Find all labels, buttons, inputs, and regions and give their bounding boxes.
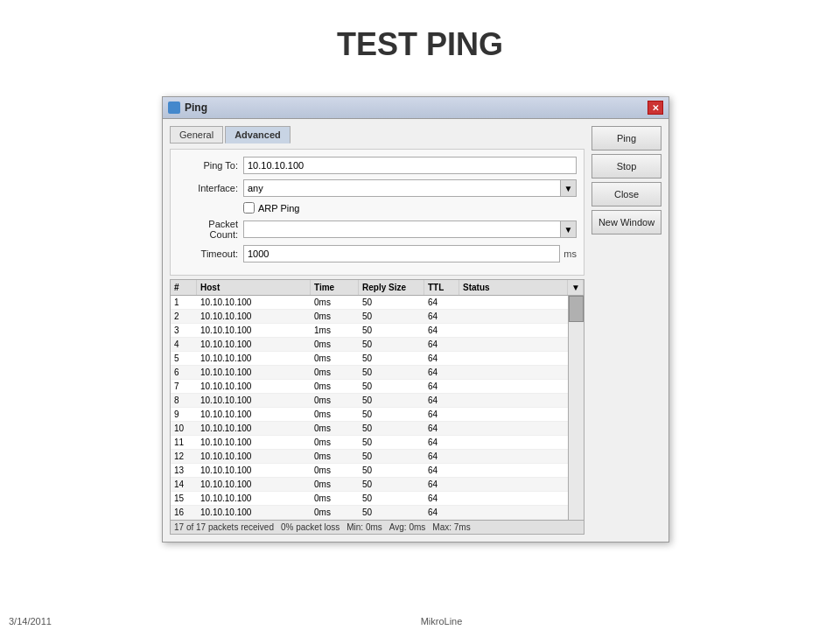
table-row: 610.10.10.1000ms5064 bbox=[171, 366, 584, 380]
close-window-button[interactable]: ✕ bbox=[648, 101, 663, 115]
ping-window: Ping ✕ General Advanced Ping To: Interfa… bbox=[162, 96, 669, 542]
col-num: # bbox=[171, 280, 197, 295]
col-status: Status bbox=[459, 280, 568, 295]
arp-ping-row: ARP Ping bbox=[243, 202, 577, 214]
arp-ping-label: ARP Ping bbox=[258, 203, 300, 214]
min-time: Min: 0ms bbox=[346, 522, 382, 532]
results-body: 110.10.10.1000ms5064210.10.10.1000ms5064… bbox=[171, 296, 584, 520]
interface-row: Interface: any ▼ bbox=[178, 179, 577, 197]
table-row: 1410.10.10.1000ms5064 bbox=[171, 478, 584, 492]
interface-select[interactable]: any ▼ bbox=[243, 179, 577, 197]
interface-value: any bbox=[244, 183, 560, 193]
packets-received: 17 of 17 packets received bbox=[174, 522, 274, 532]
ping-to-row: Ping To: bbox=[178, 157, 577, 174]
table-row: 1510.10.10.1000ms5064 bbox=[171, 492, 584, 506]
table-row: 410.10.10.1000ms5064 bbox=[171, 338, 584, 352]
ping-to-input[interactable] bbox=[243, 157, 577, 174]
table-row: 1110.10.10.1000ms5064 bbox=[171, 436, 584, 450]
right-panel: Ping Stop Close New Window bbox=[592, 126, 662, 535]
tabs: General Advanced bbox=[170, 126, 584, 144]
col-scroll: ▼ bbox=[568, 280, 584, 295]
window-icon bbox=[168, 102, 180, 114]
table-row: 1310.10.10.1000ms5064 bbox=[171, 464, 584, 478]
status-bar: 17 of 17 packets received 0% packet loss… bbox=[171, 520, 584, 534]
ping-to-label: Ping To: bbox=[178, 160, 243, 171]
rows-container: 110.10.10.1000ms5064210.10.10.1000ms5064… bbox=[171, 296, 584, 520]
footer-date: 3/14/2011 bbox=[9, 616, 52, 626]
col-time: Time bbox=[311, 280, 359, 295]
left-panel: General Advanced Ping To: Interface: any… bbox=[170, 126, 584, 535]
table-row: 810.10.10.1000ms5064 bbox=[171, 394, 584, 408]
table-row: 310.10.10.1001ms5064 bbox=[171, 324, 584, 338]
packet-count-label: Packet Count: bbox=[178, 219, 243, 240]
close-button[interactable]: Close bbox=[592, 182, 662, 206]
tab-advanced[interactable]: Advanced bbox=[225, 126, 290, 144]
interface-label: Interface: bbox=[178, 183, 243, 193]
col-ttl: TTL bbox=[424, 280, 459, 295]
scrollbar-thumb[interactable] bbox=[569, 296, 584, 322]
tab-general[interactable]: General bbox=[170, 126, 223, 144]
table-row: 1010.10.10.1000ms5064 bbox=[171, 422, 584, 436]
packet-count-row: Packet Count: ▼ bbox=[178, 219, 577, 240]
window-body: General Advanced Ping To: Interface: any… bbox=[163, 119, 668, 542]
ping-button[interactable]: Ping bbox=[592, 126, 662, 150]
table-row: 910.10.10.1000ms5064 bbox=[171, 408, 584, 422]
window-title-area: Ping bbox=[168, 102, 207, 114]
col-reply-size: Reply Size bbox=[359, 280, 424, 295]
footer-brand: MikroLine bbox=[421, 616, 463, 626]
window-titlebar: Ping ✕ bbox=[163, 97, 668, 119]
packet-count-dropdown-btn[interactable]: ▼ bbox=[560, 221, 576, 237]
window-title: Ping bbox=[185, 102, 207, 114]
scrollbar[interactable] bbox=[568, 296, 584, 520]
avg-time: Avg: 0ms bbox=[389, 522, 426, 532]
table-row: 1210.10.10.1000ms5064 bbox=[171, 450, 584, 464]
table-row: 110.10.10.1000ms5064 bbox=[171, 296, 584, 310]
table-row: 710.10.10.1000ms5064 bbox=[171, 380, 584, 394]
timeout-input[interactable] bbox=[243, 245, 560, 262]
max-time: Max: 7ms bbox=[432, 522, 470, 532]
timeout-row: Timeout: ms bbox=[178, 245, 577, 262]
form-area: Ping To: Interface: any ▼ ARP Ping Packe… bbox=[170, 149, 584, 276]
new-window-button[interactable]: New Window bbox=[592, 210, 662, 234]
results-area: # Host Time Reply Size TTL Status ▼ 110.… bbox=[170, 279, 584, 535]
footer: 3/14/2011 MikroLine bbox=[0, 612, 840, 630]
packet-count-select[interactable]: ▼ bbox=[243, 220, 577, 238]
packet-loss: 0% packet loss bbox=[281, 522, 340, 532]
page-title: TEST PING bbox=[0, 0, 840, 80]
table-row: 1610.10.10.1000ms5064 bbox=[171, 506, 584, 520]
timeout-label: Timeout: bbox=[178, 248, 243, 259]
interface-dropdown-btn[interactable]: ▼ bbox=[560, 180, 576, 196]
timeout-unit: ms bbox=[564, 248, 577, 259]
table-row: 210.10.10.1000ms5064 bbox=[171, 310, 584, 324]
col-host: Host bbox=[197, 280, 311, 295]
table-row: 510.10.10.1000ms5064 bbox=[171, 352, 584, 366]
results-header: # Host Time Reply Size TTL Status ▼ bbox=[171, 280, 584, 296]
stop-button[interactable]: Stop bbox=[592, 154, 662, 178]
arp-ping-checkbox[interactable] bbox=[243, 202, 255, 214]
